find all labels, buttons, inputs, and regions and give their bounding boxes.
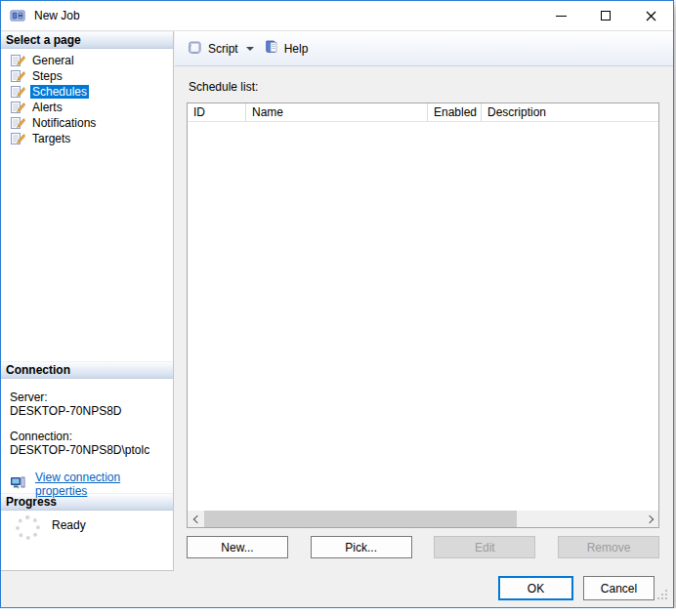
page-pencil-icon: [10, 115, 25, 131]
scroll-parchment-icon: [187, 39, 203, 58]
cancel-button[interactable]: Cancel: [583, 576, 655, 600]
chevron-right-icon[interactable]: [642, 511, 658, 527]
page-pencil-icon: [10, 53, 25, 68]
script-button[interactable]: Script: [182, 35, 259, 62]
maximize-icon[interactable]: [583, 1, 628, 30]
page-pencil-icon: [10, 131, 25, 146]
connection-header: Connection: [1, 361, 173, 379]
left-panel: Select a page General Steps Schedules Al…: [1, 31, 174, 571]
window-title: New Job: [34, 9, 80, 22]
connection-label: Connection:: [10, 430, 164, 443]
scrollbar-thumb[interactable]: [204, 511, 517, 527]
help-label: Help: [284, 42, 309, 56]
main-area: Script Help Schedule list: ID Name E: [175, 31, 673, 571]
window-controls: [538, 1, 673, 30]
column-header-name[interactable]: Name: [246, 103, 428, 121]
new-job-dialog: New Job Select a page General Steps Sche…: [0, 0, 674, 608]
server-label: Server:: [10, 390, 164, 404]
connection-info: Server: DESKTOP-70NPS8D Connection: DESK…: [1, 379, 173, 493]
schedule-list-label: Schedule list:: [189, 80, 258, 94]
edit-button: Edit: [434, 536, 535, 558]
spinner-ring-icon: [16, 515, 40, 540]
sidebar-item-steps[interactable]: Steps: [1, 68, 173, 84]
column-header-description[interactable]: Description: [482, 103, 658, 121]
titlebar[interactable]: New Job: [1, 1, 673, 31]
sidebar-item-notifications[interactable]: Notifications: [1, 115, 173, 131]
job-window-icon: [10, 8, 25, 23]
server-value: DESKTOP-70NPS8D: [10, 404, 164, 418]
sidebar-item-label: Schedules: [30, 85, 89, 99]
close-icon[interactable]: [628, 1, 673, 30]
sidebar-item-label: General: [30, 54, 76, 67]
ok-button[interactable]: OK: [498, 576, 573, 600]
progress-status: Ready: [52, 518, 86, 532]
computer-network-icon: [10, 475, 26, 494]
sidebar-item-schedules[interactable]: Schedules: [1, 84, 173, 100]
resize-grip-icon[interactable]: [656, 589, 668, 603]
sidebar-item-targets[interactable]: Targets: [1, 131, 173, 146]
progress-section: Ready: [1, 511, 173, 571]
table-body-empty[interactable]: [188, 122, 658, 511]
sidebar-item-general[interactable]: General: [1, 53, 173, 68]
remove-button: Remove: [558, 536, 659, 558]
help-button[interactable]: Help: [259, 35, 314, 62]
minimize-icon[interactable]: [538, 1, 583, 30]
sidebar-item-label: Targets: [30, 132, 72, 145]
schedule-action-buttons: New... Pick... Edit Remove: [187, 536, 659, 558]
sidebar-item-label: Steps: [30, 69, 64, 83]
select-a-page-header: Select a page: [1, 31, 173, 49]
sidebar-item-alerts[interactable]: Alerts: [1, 100, 173, 115]
column-header-id[interactable]: ID: [188, 103, 246, 121]
script-label: Script: [208, 42, 238, 56]
schedule-list-table: ID Name Enabled Description: [187, 103, 659, 528]
sidebar-item-label: Alerts: [30, 101, 64, 114]
chevron-left-icon[interactable]: [188, 511, 204, 527]
connection-value: DESKTOP-70NPS8D\ptolc: [10, 443, 164, 457]
table-header-row: ID Name Enabled Description: [188, 103, 658, 122]
horizontal-scrollbar[interactable]: [188, 511, 658, 527]
toolbar: Script Help: [175, 31, 673, 66]
sidebar-item-label: Notifications: [30, 116, 98, 130]
pick-button[interactable]: Pick...: [311, 536, 412, 558]
page-tree: General Steps Schedules Alerts Notificat…: [1, 49, 173, 361]
chevron-down-icon[interactable]: [246, 47, 254, 51]
column-header-enabled[interactable]: Enabled: [428, 103, 482, 121]
page-pencil-icon: [10, 84, 25, 100]
page-pencil-icon: [10, 100, 25, 115]
page-pencil-icon: [10, 68, 25, 84]
book-help-icon: [264, 39, 279, 58]
new-button[interactable]: New...: [187, 536, 288, 558]
